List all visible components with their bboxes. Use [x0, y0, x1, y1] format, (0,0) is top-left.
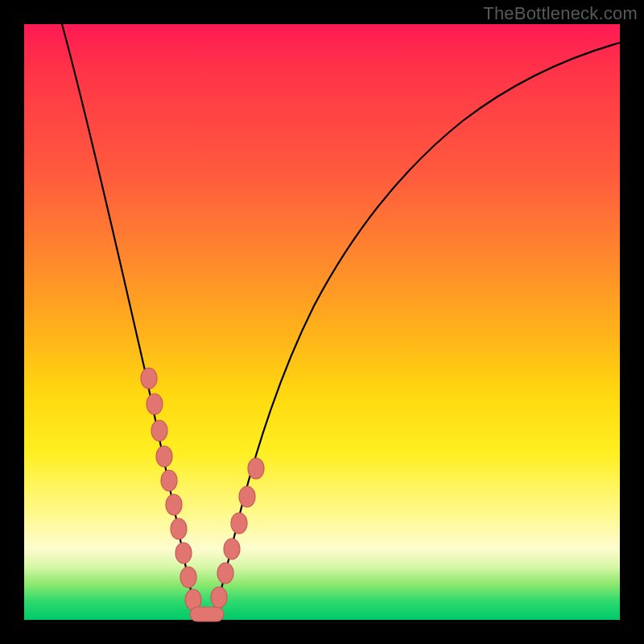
bead — [180, 567, 196, 588]
bead — [156, 446, 172, 467]
bead — [211, 587, 227, 608]
bead — [239, 486, 255, 507]
plot-area — [24, 24, 620, 620]
curve-layer — [24, 24, 620, 620]
bead — [151, 420, 167, 441]
bead — [171, 518, 187, 539]
bead — [161, 470, 177, 491]
bottleneck-curve — [62, 24, 620, 616]
bead — [248, 458, 264, 479]
bead — [175, 543, 192, 564]
bead — [231, 513, 247, 534]
bead — [166, 494, 182, 515]
bead — [217, 563, 233, 584]
bead-group-left — [141, 368, 201, 610]
bead — [147, 394, 163, 415]
bead — [141, 368, 157, 389]
bead-group-right — [211, 458, 264, 608]
chart-frame: TheBottleneck.com — [0, 0, 644, 644]
bead-bottom — [190, 607, 224, 621]
watermark-text: TheBottleneck.com — [483, 3, 638, 24]
bead — [224, 539, 240, 559]
